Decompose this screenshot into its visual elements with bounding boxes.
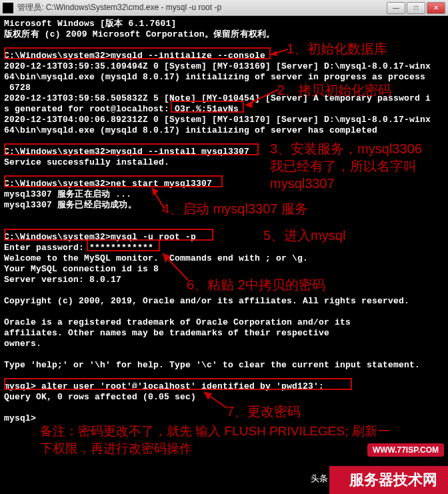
- window-buttons: — □ ✕: [387, 2, 445, 14]
- window-titlebar: 管理员: C:\Windows\System32\cmd.exe - mysql…: [0, 0, 448, 16]
- watermark: WWW.77ISP.COM: [367, 443, 444, 457]
- annotation-4: 4、启动 mysql3307 服务: [162, 200, 308, 217]
- annotation-2: 2、拷贝初始化密码: [277, 81, 391, 99]
- highlight-box-4: [4, 175, 223, 187]
- annotation-3-line3: mysql3307: [270, 175, 422, 192]
- close-button[interactable]: ✕: [427, 2, 445, 14]
- annotation-3-line2: 我已经有了，所以名字叫: [270, 157, 422, 175]
- footnote-line1: 备注：密码更改不了，就先 输入 FLUSH PRIVILEGES; 刷新一: [40, 423, 440, 440]
- annotation-3-line1: 3、安装服务，mysql3306: [270, 140, 422, 157]
- footer-brand: 服务器技术网: [329, 466, 448, 494]
- highlight-box-6: [87, 239, 160, 251]
- window-title: 管理员: C:\Windows\System32\cmd.exe - mysql…: [17, 2, 387, 13]
- annotation-5: 5、进入mysql: [263, 227, 345, 244]
- minimize-button[interactable]: —: [387, 2, 405, 14]
- highlight-box-7: [4, 378, 352, 390]
- highlight-box-3: [4, 143, 259, 155]
- annotation-6: 6、粘贴 2中拷贝的密码: [187, 276, 325, 293]
- app-icon: [3, 3, 13, 13]
- toutiao-label: 头条: [311, 473, 328, 485]
- annotation-1: 1、初始化数据库: [287, 40, 387, 57]
- maximize-button[interactable]: □: [407, 2, 425, 14]
- annotation-3: 3、安装服务，mysql3306 我已经有了，所以名字叫 mysql3307: [270, 140, 422, 192]
- highlight-box-2: [171, 101, 244, 113]
- terminal-output: Microsoft Windows [版本 6.1.7601] 版权所有 (c)…: [0, 16, 448, 427]
- highlight-box-1: [4, 47, 271, 59]
- annotation-7: 7、更改密码: [227, 403, 301, 420]
